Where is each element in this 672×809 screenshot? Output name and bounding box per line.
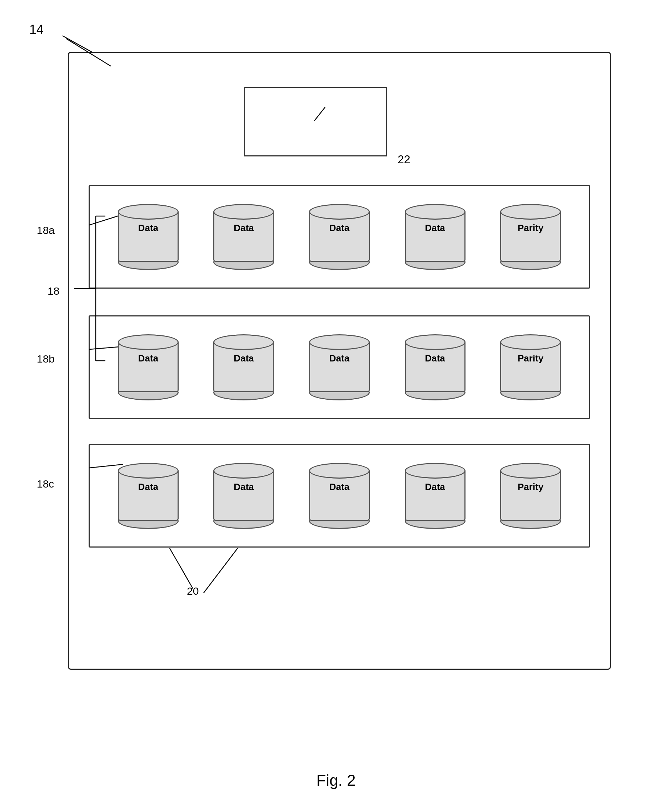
disk-a3: Data: [306, 204, 372, 270]
disk-b4: Data: [402, 334, 468, 400]
disk-b3: Data: [306, 334, 372, 400]
disk-b1: Data: [115, 334, 181, 400]
disk-a1: Data: [115, 204, 181, 270]
label-14: 14: [29, 22, 44, 37]
disk-b2-label: Data: [214, 353, 273, 364]
raid-group-c: Data Data Data: [89, 444, 590, 547]
label-18c: 18c: [37, 478, 54, 490]
disk-c2: Data: [211, 463, 277, 529]
outer-device-box: 22 Data Data: [68, 52, 611, 670]
label-20: 20: [187, 585, 199, 597]
disk-c3-label: Data: [310, 482, 369, 493]
disk-a2-label: Data: [214, 223, 273, 233]
disk-b1-label: Data: [119, 353, 178, 364]
fig-caption: Fig. 2: [316, 772, 356, 789]
disk-c4-label: Data: [406, 482, 464, 493]
disk-a4-label: Data: [406, 223, 464, 233]
disk-a1-label: Data: [119, 223, 178, 233]
disk-a5-label: Parity: [501, 223, 560, 233]
disk-c1: Data: [115, 463, 181, 529]
label-18a: 18a: [37, 224, 55, 237]
disk-a3-label: Data: [310, 223, 369, 233]
disk-b4-label: Data: [406, 353, 464, 364]
label-22: 22: [398, 153, 410, 166]
controller-box: [244, 87, 387, 156]
disk-a4: Data: [402, 204, 468, 270]
disk-c4: Data: [402, 463, 468, 529]
disk-b3-label: Data: [310, 353, 369, 364]
disk-c3: Data: [306, 463, 372, 529]
disk-a2: Data: [211, 204, 277, 270]
raid-group-a: Data Data: [89, 185, 590, 289]
disk-b2: Data: [211, 334, 277, 400]
disk-c1-label: Data: [119, 482, 178, 493]
raid-group-b: Data Data Data: [89, 316, 590, 419]
disk-a5: Parity: [498, 204, 564, 270]
label-18: 18: [47, 285, 59, 297]
disk-b5-label: Parity: [501, 353, 560, 364]
disk-c5-label: Parity: [501, 482, 560, 493]
disk-b5: Parity: [498, 334, 564, 400]
label-18b: 18b: [37, 353, 55, 365]
disk-c5: Parity: [498, 463, 564, 529]
disk-c2-label: Data: [214, 482, 273, 493]
